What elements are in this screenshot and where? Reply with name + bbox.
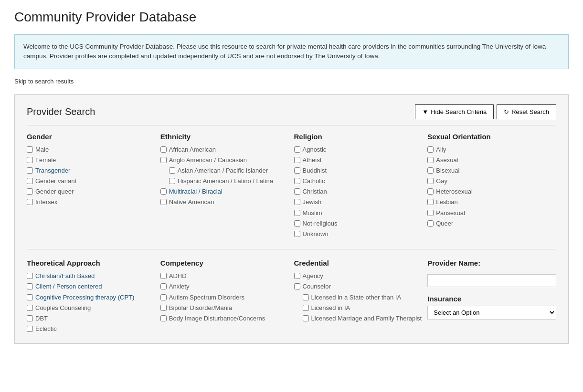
ethnicity-african-checkbox[interactable] <box>160 146 167 153</box>
gender-intersex-label[interactable]: Intersex <box>35 198 57 206</box>
cred-licensed-other-checkbox[interactable] <box>303 294 309 300</box>
religion-atheist-checkbox[interactable] <box>294 157 300 163</box>
ethnicity-anglo-checkbox[interactable] <box>160 157 167 163</box>
header-buttons: ▼ Hide Search Criteria ↻ Reset Search <box>415 104 556 119</box>
list-item: Native American <box>160 198 289 206</box>
so-queer-label[interactable]: Queer <box>436 219 453 228</box>
comp-bodyimage-checkbox[interactable] <box>160 315 167 321</box>
religion-catholic-checkbox[interactable] <box>294 178 300 184</box>
ethnicity-asian-label[interactable]: Asian American / Pacific Islander <box>178 166 268 175</box>
insurance-select[interactable]: Select an Option <box>427 306 556 320</box>
ethnicity-hispanic-label[interactable]: Hispanic American / Latino / Latina <box>178 177 273 186</box>
ethnicity-native-label[interactable]: Native American <box>169 198 214 206</box>
ta-couples-label[interactable]: Couples Counseling <box>35 304 91 312</box>
ta-client-label[interactable]: Client / Person centered <box>35 282 102 291</box>
comp-bodyimage-label[interactable]: Body Image Disturbance/Concerns <box>169 314 265 323</box>
cred-licensed-ia-checkbox[interactable] <box>303 305 309 311</box>
gender-queer-label[interactable]: Gender queer <box>35 187 74 196</box>
gender-female-label[interactable]: Female <box>35 156 56 165</box>
so-asexual-label[interactable]: Asexual <box>436 156 458 165</box>
ta-cpt-checkbox[interactable] <box>27 294 33 300</box>
ta-christian-label[interactable]: Christian/Faith Based <box>35 272 95 280</box>
gender-transgender-label[interactable]: Transgender <box>35 166 70 175</box>
gender-variant-label[interactable]: Gender variant <box>35 177 76 186</box>
so-asexual-checkbox[interactable] <box>427 157 434 163</box>
ta-client-checkbox[interactable] <box>27 283 33 289</box>
so-bisexual-checkbox[interactable] <box>427 167 434 174</box>
religion-buddhist-checkbox[interactable] <box>294 167 300 174</box>
cred-licensed-marriage-label[interactable]: Licensed Marriage and Family Therapist <box>311 314 422 323</box>
reset-search-button[interactable]: ↻ Reset Search <box>497 104 556 119</box>
ta-eclectic-checkbox[interactable] <box>27 326 33 332</box>
religion-unknown-label[interactable]: Unknown <box>303 230 329 238</box>
comp-adhd-checkbox[interactable] <box>160 273 167 279</box>
religion-buddhist-label[interactable]: Buddhist <box>303 166 327 175</box>
ta-couples-checkbox[interactable] <box>27 305 33 311</box>
religion-notreligious-label[interactable]: Not-religious <box>303 219 338 228</box>
gender-male-checkbox[interactable] <box>27 146 33 153</box>
so-pansexual-checkbox[interactable] <box>427 210 434 216</box>
religion-muslim-checkbox[interactable] <box>294 210 300 216</box>
so-ally-label[interactable]: Ally <box>436 145 446 154</box>
cred-counselor-checkbox[interactable] <box>294 283 300 289</box>
religion-jewish-label[interactable]: Jewish <box>303 198 322 206</box>
competency-list[interactable]: ADHD Anxiety Autism Spectrum Disorders B… <box>160 272 289 325</box>
so-lesbian-checkbox[interactable] <box>427 199 434 205</box>
comp-bipolar-checkbox[interactable] <box>160 305 167 311</box>
credential-list[interactable]: Agency Counselor Licensed in a State oth… <box>294 272 423 325</box>
cred-agency-checkbox[interactable] <box>294 273 300 279</box>
religion-atheist-label[interactable]: Atheist <box>303 156 322 165</box>
religion-christian-checkbox[interactable] <box>294 188 300 195</box>
so-queer-checkbox[interactable] <box>427 220 434 227</box>
religion-agnostic-checkbox[interactable] <box>294 146 300 153</box>
ethnicity-multiracial-label[interactable]: Multiracial / Biracial <box>169 187 223 196</box>
religion-catholic-label[interactable]: Catholic <box>303 177 325 186</box>
cred-agency-label[interactable]: Agency <box>303 272 323 280</box>
comp-anxiety-checkbox[interactable] <box>160 283 167 289</box>
ethnicity-native-checkbox[interactable] <box>160 199 167 205</box>
comp-autism-checkbox[interactable] <box>160 294 167 300</box>
ta-christian-checkbox[interactable] <box>27 273 33 279</box>
cred-licensed-ia-label[interactable]: Licensed in IA <box>311 304 350 312</box>
hide-search-criteria-button[interactable]: ▼ Hide Search Criteria <box>415 104 494 119</box>
ethnicity-african-label[interactable]: African American <box>169 145 216 154</box>
so-lesbian-label[interactable]: Lesbian <box>436 198 458 206</box>
cred-counselor-label[interactable]: Counselor <box>303 282 331 291</box>
so-heterosexual-label[interactable]: Heterosexual <box>436 187 473 196</box>
ethnicity-hispanic-checkbox[interactable] <box>169 178 175 184</box>
comp-autism-label[interactable]: Autism Spectrum Disorders <box>169 293 244 302</box>
so-gay-label[interactable]: Gay <box>436 177 447 186</box>
religion-notreligious-checkbox[interactable] <box>294 220 300 227</box>
so-gay-checkbox[interactable] <box>427 178 434 184</box>
gender-transgender-checkbox[interactable] <box>27 167 33 174</box>
comp-anxiety-label[interactable]: Anxiety <box>169 282 190 291</box>
so-heterosexual-checkbox[interactable] <box>427 188 434 195</box>
so-pansexual-label[interactable]: Pansexual <box>436 209 465 217</box>
ta-dbt-label[interactable]: DBT <box>35 314 48 323</box>
religion-agnostic-label[interactable]: Agnostic <box>303 145 327 154</box>
religion-christian-label[interactable]: Christian <box>303 187 327 196</box>
ethnicity-asian-checkbox[interactable] <box>169 167 175 174</box>
ta-cpt-label[interactable]: Cognitive Processing therapy (CPT) <box>35 293 134 302</box>
cred-licensed-other-label[interactable]: Licensed in a State other than IA <box>311 293 402 302</box>
theoretical-approach-list[interactable]: Christian/Faith Based Client / Person ce… <box>27 272 156 334</box>
gender-male-label[interactable]: Male <box>35 145 49 154</box>
ta-eclectic-label[interactable]: Eclectic <box>35 325 57 333</box>
religion-unknown-checkbox[interactable] <box>294 231 300 237</box>
gender-variant-checkbox[interactable] <box>27 178 33 184</box>
so-ally-checkbox[interactable] <box>427 146 434 153</box>
gender-intersex-checkbox[interactable] <box>27 199 33 205</box>
cred-licensed-marriage-checkbox[interactable] <box>303 315 309 321</box>
ta-dbt-checkbox[interactable] <box>27 315 33 321</box>
gender-queer-checkbox[interactable] <box>27 188 33 195</box>
religion-muslim-label[interactable]: Muslim <box>303 209 322 217</box>
skip-to-results-link[interactable]: Skip to search results <box>14 78 569 85</box>
comp-bipolar-label[interactable]: Bipolar Disorder/Mania <box>169 304 232 312</box>
so-bisexual-label[interactable]: Bisexual <box>436 166 459 175</box>
comp-adhd-label[interactable]: ADHD <box>169 272 187 280</box>
provider-name-input[interactable] <box>427 274 556 287</box>
religion-jewish-checkbox[interactable] <box>294 199 300 205</box>
ethnicity-multiracial-checkbox[interactable] <box>160 188 167 195</box>
gender-female-checkbox[interactable] <box>27 157 33 163</box>
ethnicity-anglo-label[interactable]: Anglo American / Caucasian <box>169 156 247 165</box>
